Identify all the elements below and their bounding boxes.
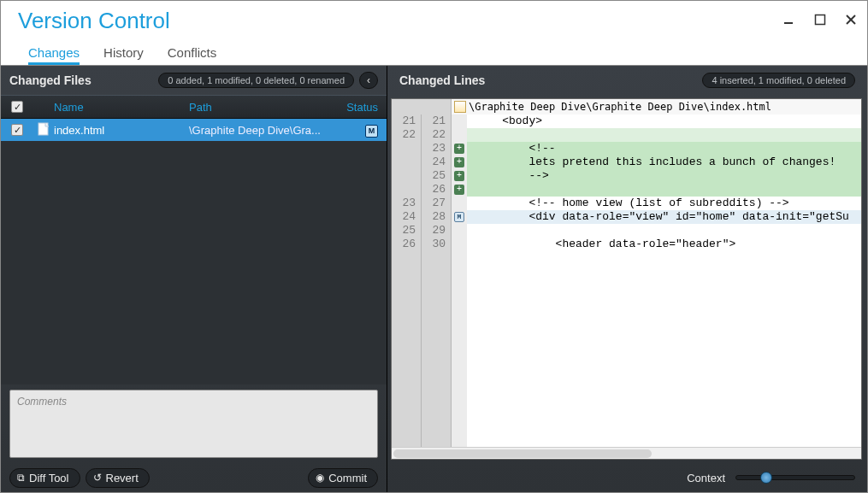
maximize-icon[interactable] (814, 14, 826, 27)
gutter-old: 212223242526 (392, 114, 422, 447)
file-icon (454, 101, 466, 113)
right-footer: Context (387, 463, 867, 492)
col-name[interactable]: Name (54, 101, 189, 114)
app-window: Version Control Changes History Conflict… (0, 0, 868, 493)
col-path[interactable]: Path (189, 101, 331, 114)
tab-bar: Changes History Conflicts (1, 40, 867, 66)
changed-lines-header: Changed Lines 4 inserted, 1 modified, 0 … (387, 66, 867, 95)
collapse-left-icon[interactable]: ‹ (359, 72, 378, 89)
changed-lines-panel: Changed Lines 4 inserted, 1 modified, 0 … (387, 66, 867, 492)
diff-filepath: \Graphite Deep Dive\Graphite Deep Dive\i… (469, 101, 771, 113)
modify-marker-icon[interactable]: M (454, 212, 464, 222)
diff-tool-icon: ⧉ (17, 472, 25, 484)
insert-marker-icon[interactable]: + (454, 185, 464, 195)
commit-message-input[interactable]: Comments (9, 390, 378, 458)
revert-button[interactable]: ↺Revert (86, 468, 150, 488)
file-status: M (331, 123, 387, 138)
diff-tool-button[interactable]: ⧉Diff Tool (9, 468, 80, 488)
close-icon[interactable] (845, 14, 857, 27)
file-list: ✓ index.html \Graphite Deep Dive\Gra... … (1, 119, 387, 384)
diff-markers: ++++M (452, 114, 467, 447)
revert-icon: ↺ (93, 472, 102, 484)
changed-lines-summary: 4 inserted, 1 modified, 0 deleted (702, 73, 855, 88)
gutter-new: 21222324252627282930 (422, 114, 452, 447)
diff-filepath-bar: \Graphite Deep Dive\Graphite Deep Dive\i… (392, 99, 861, 114)
svg-rect-0 (784, 22, 793, 24)
col-status[interactable]: Status (331, 101, 387, 114)
window-controls (783, 14, 857, 27)
file-name: index.html (54, 124, 189, 137)
diff-viewer: \Graphite Deep Dive\Graphite Deep Dive\i… (391, 98, 862, 460)
left-footer: ⧉Diff Tool ↺Revert ◉Commit (1, 463, 387, 492)
commit-button[interactable]: ◉Commit (308, 468, 378, 488)
tab-history[interactable]: History (103, 45, 144, 65)
changed-files-panel: Changed Files 0 added, 1 modified, 0 del… (1, 66, 387, 492)
changed-files-summary: 0 added, 1 modified, 0 deleted, 0 rename… (158, 73, 354, 88)
main-body: Changed Files 0 added, 1 modified, 0 del… (1, 66, 867, 492)
diff-body[interactable]: 212223242526 21222324252627282930 ++++M … (392, 114, 861, 447)
slider-thumb[interactable] (760, 472, 772, 484)
tab-changes[interactable]: Changes (28, 45, 80, 65)
context-slider[interactable] (735, 475, 855, 480)
file-path: \Graphite Deep Dive\Gra... (189, 124, 331, 137)
select-all-checkbox[interactable]: ✓ (11, 101, 23, 113)
insert-marker-icon[interactable]: + (454, 144, 464, 154)
file-icon (38, 122, 50, 138)
svg-rect-1 (816, 15, 825, 25)
commit-icon: ◉ (316, 472, 324, 484)
changed-files-title: Changed Files (9, 73, 92, 87)
diff-code: <body> <!-- lets pretend this includes a… (467, 114, 861, 447)
modified-badge: M (365, 125, 378, 138)
tab-conflicts[interactable]: Conflicts (168, 45, 217, 65)
insert-marker-icon[interactable]: + (454, 171, 464, 181)
changed-lines-title: Changed Lines (399, 73, 485, 87)
file-checkbox[interactable]: ✓ (11, 124, 23, 136)
insert-marker-icon[interactable]: + (454, 157, 464, 167)
title-bar: Version Control (1, 1, 867, 40)
file-columns-header: ✓ Name Path Status (1, 95, 387, 119)
minimize-icon[interactable] (783, 14, 795, 27)
changed-files-header: Changed Files 0 added, 1 modified, 0 del… (1, 66, 387, 95)
context-label: Context (687, 472, 725, 484)
horizontal-scrollbar[interactable] (392, 447, 861, 459)
window-title: Version Control (18, 8, 170, 34)
file-row[interactable]: ✓ index.html \Graphite Deep Dive\Gra... … (1, 119, 387, 141)
